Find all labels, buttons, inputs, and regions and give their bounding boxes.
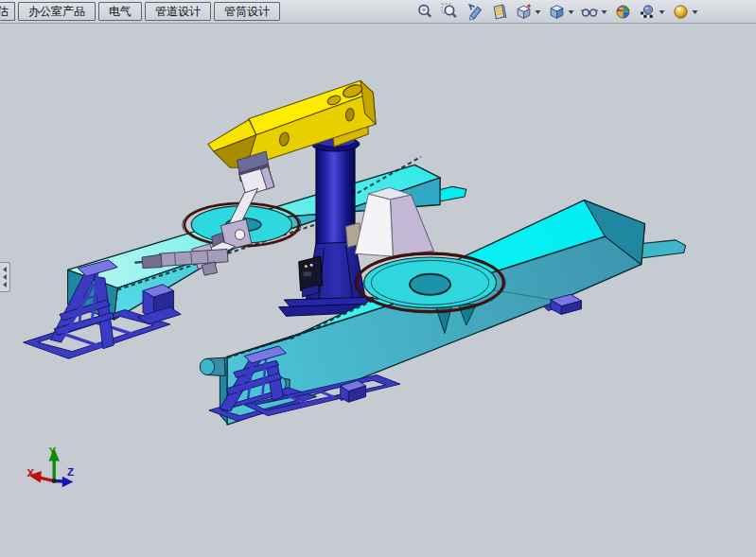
- previous-view-icon[interactable]: [464, 2, 484, 22]
- triad-origin: [52, 479, 57, 483]
- tab-tubing-design[interactable]: 管筒设计: [214, 2, 280, 21]
- solidworks-window: 估 办公室产品 电气 管道设计 管筒设计: [0, 0, 756, 557]
- zoom-to-fit-icon[interactable]: [414, 2, 435, 22]
- apply-scene-icon[interactable]: [637, 2, 658, 22]
- front-beam-end-tongue[interactable]: [640, 240, 686, 258]
- view-settings-icon[interactable]: [670, 2, 691, 22]
- tab-electrical[interactable]: 电气: [98, 2, 142, 21]
- robot-tool-tip: [134, 262, 143, 263]
- orientation-triad: X Y Z: [26, 445, 73, 487]
- z-axis-label: Z: [67, 466, 74, 478]
- model-scene: X Y Z: [0, 24, 756, 557]
- dropdown-arrow-icon[interactable]: [535, 9, 541, 15]
- front-beam-trunnion-lug[interactable]: [200, 357, 225, 375]
- tab-office-products[interactable]: 办公室产品: [18, 2, 96, 21]
- x-axis-label: X: [26, 467, 34, 479]
- tab-evaluate-partial[interactable]: 估: [0, 2, 15, 21]
- view-orientation-icon[interactable]: [513, 2, 534, 22]
- robot-tool-head: [142, 254, 162, 268]
- zoom-to-area-icon[interactable]: [439, 2, 460, 22]
- z-axis-arrowhead: [62, 477, 73, 487]
- section-view-icon[interactable]: [488, 2, 509, 22]
- heads-up-view-toolbar: [413, 2, 701, 22]
- chevron-left-icon: [3, 274, 7, 280]
- graphics-viewport[interactable]: X Y Z: [0, 24, 756, 557]
- dropdown-arrow-icon[interactable]: [659, 9, 665, 15]
- rear-mid-support[interactable]: [137, 285, 181, 324]
- dropdown-arrow-icon[interactable]: [601, 9, 607, 15]
- command-toolbar: 估 办公室产品 电气 管道设计 管筒设计: [0, 0, 756, 24]
- dropdown-arrow-icon[interactable]: [692, 9, 698, 15]
- front-rotary-ring[interactable]: [355, 252, 505, 313]
- chevron-left-icon: [3, 282, 7, 287]
- column-control-box[interactable]: [299, 256, 323, 297]
- y-axis-label: Y: [48, 445, 56, 457]
- display-style-icon[interactable]: [546, 2, 567, 22]
- hide-show-items-icon[interactable]: [579, 2, 600, 22]
- robot-joint-disc: [235, 230, 245, 240]
- chevron-left-icon: [3, 267, 7, 272]
- dropdown-arrow-icon[interactable]: [568, 9, 574, 15]
- feature-tree-flyout-tab[interactable]: [0, 262, 10, 292]
- tab-piping-design[interactable]: 管道设计: [145, 2, 211, 21]
- edit-appearance-icon[interactable]: [612, 2, 633, 22]
- command-tabs: 估 办公室产品 电气 管道设计 管筒设计: [0, 2, 280, 21]
